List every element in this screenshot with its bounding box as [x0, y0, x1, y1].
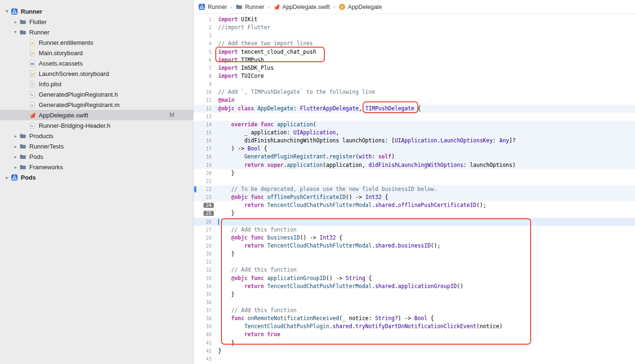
line-number[interactable]: 11	[194, 96, 214, 104]
line-number[interactable]: 18	[194, 153, 214, 161]
code-line[interactable]: 35 }	[194, 290, 635, 298]
code-line[interactable]: 28 @objc func businessID() -> Int32 {	[194, 234, 635, 242]
disclosure-chevron-icon[interactable]: ▸	[12, 154, 19, 159]
line-number[interactable]: 34	[194, 282, 214, 290]
code-line[interactable]: 27 // Add this function	[194, 226, 635, 234]
code-line[interactable]: 40 return true	[194, 331, 635, 339]
line-number[interactable]: 29	[194, 242, 214, 250]
line-number[interactable]: 26	[194, 218, 214, 226]
jump-bar[interactable]: Runner›Runner›AppDelegate.swift›CAppDele…	[194, 0, 635, 14]
line-number[interactable]: 30	[194, 250, 214, 258]
breadcrumb-item-appdelegate-swift[interactable]: AppDelegate.swift	[273, 3, 330, 10]
line-number[interactable]: 28	[194, 234, 214, 242]
code-line[interactable]: 24 return TencentCloudChatPushFlutterMod…	[194, 201, 635, 209]
code-line[interactable]: 37 // Add this function	[194, 306, 635, 314]
sidebar-item-main-storyboard[interactable]: Main.storyboard	[0, 48, 193, 58]
line-number[interactable]: 6	[194, 56, 214, 64]
code-line[interactable]: 36	[194, 298, 635, 306]
line-number[interactable]: 37	[194, 306, 214, 314]
line-number[interactable]: 2	[194, 24, 214, 32]
breadcrumb-item-runner[interactable]: Runner	[236, 3, 264, 10]
line-number[interactable]: 27	[194, 226, 214, 234]
line-number[interactable]: 10	[194, 88, 214, 96]
line-number[interactable]: 12	[194, 105, 214, 113]
code-line[interactable]: 43	[194, 355, 635, 363]
sidebar-item-launchscreen-storyboard[interactable]: LaunchScreen.storyboard	[0, 68, 193, 79]
line-number[interactable]: 24	[194, 201, 214, 209]
code-line[interactable]: 7import ImSDK_Plus	[194, 64, 635, 72]
code-line[interactable]: 6import TIMPush	[194, 56, 635, 64]
sidebar-item-assets-xcassets[interactable]: Assets.xcassets	[0, 58, 193, 68]
code-line[interactable]: 16 didFinishLaunchingWithOptions launchO…	[194, 137, 635, 145]
line-number[interactable]: 5	[194, 48, 214, 56]
code-line[interactable]: 10// Add `, TIMPushDelegate` to the foll…	[194, 88, 635, 96]
code-editor[interactable]: 1import UIKit2//import Flutter34// Add t…	[194, 14, 635, 364]
code-line[interactable]: 21	[194, 177, 635, 185]
sidebar-item-runner-bridging-header-h[interactable]: hRunner-Bridging-Header.h	[0, 120, 193, 131]
code-line[interactable]: 8import TUICore	[194, 72, 635, 80]
sidebar-item-generatedpluginregistrant-h[interactable]: hGeneratedPluginRegistrant.h	[0, 89, 193, 99]
code-line[interactable]: 9	[194, 80, 635, 88]
code-line[interactable]: 31	[194, 258, 635, 266]
code-line[interactable]: 39 TencentCloudChatPushPlugin.shared.try…	[194, 323, 635, 331]
sidebar-item-products[interactable]: ▸Products	[0, 131, 193, 141]
line-number[interactable]: 23	[194, 193, 214, 201]
sidebar-item-flutter[interactable]: ▸Flutter	[0, 17, 193, 27]
line-number[interactable]: 8	[194, 72, 214, 80]
line-number[interactable]: 38	[194, 314, 214, 323]
line-number[interactable]: 25	[194, 209, 214, 217]
line-number[interactable]: 20	[194, 169, 214, 177]
line-number[interactable]: 13	[194, 113, 214, 121]
disclosure-chevron-icon[interactable]: ▸	[12, 19, 19, 25]
sidebar-item-frameworks[interactable]: ▸Frameworks	[0, 162, 193, 172]
line-number[interactable]: 19	[194, 161, 214, 169]
code-line[interactable]: 34 return TencentCloudChatPushFlutterMod…	[194, 282, 635, 290]
sidebar-item-generatedpluginregistrant-m[interactable]: mGeneratedPluginRegistrant.m	[0, 99, 193, 110]
line-number[interactable]: 39	[194, 323, 214, 331]
code-line[interactable]: 12@objc class AppDelegate: FlutterAppDel…	[194, 105, 635, 113]
code-line[interactable]: 33 @objc func applicationGroupID() -> St…	[194, 274, 635, 282]
code-line[interactable]: 32 // Add this function	[194, 266, 635, 274]
line-number[interactable]: 41	[194, 339, 214, 347]
sidebar-item-runnertests[interactable]: ▸RunnerTests	[0, 141, 193, 151]
line-number[interactable]: 3	[194, 32, 214, 40]
code-line[interactable]: 22 // To be deprecated, please use the n…	[194, 185, 635, 193]
code-line[interactable]: 38 func onRemoteNotificationReceived(_ n…	[194, 314, 635, 323]
line-number[interactable]: 33	[194, 274, 214, 282]
line-number[interactable]: 7	[194, 64, 214, 72]
code-line[interactable]: 17 ) -> Bool {	[194, 145, 635, 153]
sidebar-item-pods[interactable]: ▸Pods	[0, 172, 193, 182]
code-line[interactable]: 41 }	[194, 339, 635, 347]
disclosure-chevron-icon[interactable]: ▸	[5, 8, 10, 15]
sidebar-item-info-plist[interactable]: Info.plist	[0, 79, 193, 89]
line-number[interactable]: 35	[194, 290, 214, 298]
line-number[interactable]: 15	[194, 129, 214, 137]
line-number[interactable]: 42	[194, 347, 214, 355]
sidebar-item-runner[interactable]: ▸Runner	[0, 6, 193, 17]
line-number[interactable]: 40	[194, 331, 214, 339]
code-line[interactable]: 26	[194, 218, 635, 226]
code-line[interactable]: 5import tencent_cloud_chat_push	[194, 48, 635, 56]
code-line[interactable]: 20 }	[194, 169, 635, 177]
code-line[interactable]: 25 }	[194, 209, 635, 217]
line-number[interactable]: 31	[194, 258, 214, 266]
line-number[interactable]: 1	[194, 16, 214, 24]
code-line[interactable]: 3	[194, 32, 635, 40]
code-line[interactable]: 13	[194, 113, 635, 121]
code-line[interactable]: 18 GeneratedPluginRegistrant.register(wi…	[194, 153, 635, 161]
line-number[interactable]: 4	[194, 40, 214, 48]
code-line[interactable]: 30 }	[194, 250, 635, 258]
breadcrumb-item-appdelegate[interactable]: CAppDelegate	[339, 3, 382, 10]
sidebar-item-pods[interactable]: ▸Pods	[0, 151, 193, 162]
line-number[interactable]: 14	[194, 121, 214, 129]
breadcrumb-item-runner[interactable]: Runner	[198, 3, 227, 10]
code-line[interactable]: 23 @objc func offlinePushCertificateID()…	[194, 193, 635, 201]
disclosure-chevron-icon[interactable]: ▸	[4, 175, 10, 180]
disclosure-chevron-icon[interactable]: ▸	[12, 144, 19, 149]
disclosure-chevron-icon[interactable]: ▸	[12, 165, 19, 170]
line-number[interactable]: 16	[194, 137, 214, 145]
sidebar-item-runner[interactable]: ▸Runner	[0, 27, 193, 37]
line-number[interactable]: 22	[194, 185, 214, 193]
code-line[interactable]: 4// Add these two import lines	[194, 40, 635, 48]
code-line[interactable]: 19 return super.application(application,…	[194, 161, 635, 169]
